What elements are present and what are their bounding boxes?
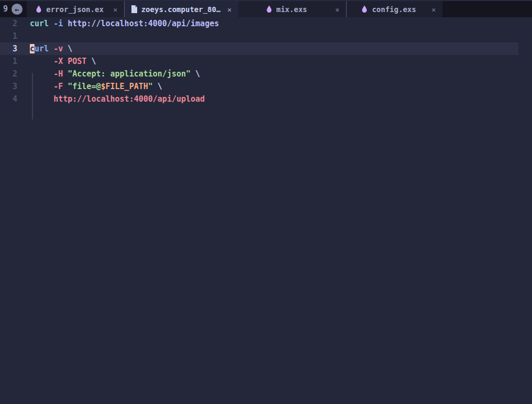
- tab-bar-empty-space: [442, 1, 532, 17]
- code-text: -H "Accept: application/json" \: [30, 68, 532, 80]
- code-line[interactable]: 2curl -i http://localhost:4000/api/image…: [0, 17, 532, 30]
- tab-error-json-ex[interactable]: error_json.ex ✕: [27, 1, 124, 17]
- close-icon[interactable]: ✕: [335, 6, 339, 13]
- left-arrow-icon: ←: [15, 6, 19, 13]
- code-token: [63, 82, 68, 91]
- code-text: curl -i http://localhost:4000/api/images: [30, 17, 532, 30]
- code-text: -F "file=@$FILE_PATH" \: [30, 80, 532, 93]
- code-line[interactable]: 1 -X POST \: [0, 55, 532, 68]
- file-document-icon: [131, 5, 137, 13]
- code-token: http://localhost:4000/api/images: [68, 19, 219, 28]
- line-number: 4: [0, 93, 17, 105]
- code-text: http://localhost:4000/api/upload: [30, 93, 532, 105]
- line-number: 2: [0, 17, 17, 30]
- code-line[interactable]: 3curl -v \: [0, 42, 532, 55]
- tab-label: zoeys.computer_80…: [141, 5, 221, 14]
- indent-guide: [32, 73, 33, 119]
- back-button[interactable]: ←: [12, 4, 23, 15]
- line-number: 1: [0, 30, 17, 42]
- tab-config-exs[interactable]: config.exs ✕: [347, 1, 442, 17]
- code-token: http://localhost:4000/api/upload: [53, 94, 205, 104]
- close-icon[interactable]: ✕: [227, 6, 231, 13]
- code-token: [191, 69, 195, 79]
- code-token: -F: [53, 82, 63, 91]
- tab-label: error_json.ex: [46, 5, 104, 14]
- code-token: url: [35, 44, 49, 53]
- line-number: 3: [0, 42, 17, 55]
- code-token: $FILE_PATH: [101, 82, 148, 91]
- tab-mix-exs[interactable]: mix.exs ✕: [238, 1, 346, 17]
- code-token: -X: [53, 57, 63, 66]
- elixir-droplet-icon: [266, 5, 272, 13]
- code-token: \: [195, 69, 200, 79]
- elixir-droplet-icon: [361, 5, 368, 13]
- line-number: 1: [0, 55, 17, 68]
- tab-count: 9: [0, 5, 8, 13]
- tab-zoeys-computer[interactable]: zoeys.computer_80… ✕: [125, 1, 238, 17]
- code-area[interactable]: 2curl -i http://localhost:4000/api/image…: [0, 17, 532, 404]
- code-token: \: [68, 44, 72, 53]
- code-token: [63, 19, 68, 28]
- code-token: -v: [53, 44, 63, 53]
- code-line[interactable]: 4 http://localhost:4000/api/upload: [0, 93, 532, 105]
- code-line[interactable]: 1: [0, 30, 532, 42]
- code-token: [49, 19, 53, 28]
- tab-bar: 9 ← error_json.ex ✕ zoeys.computer_80… ✕…: [0, 0, 532, 17]
- code-token: curl: [30, 19, 49, 28]
- cursor: c: [30, 44, 35, 53]
- code-token: [30, 69, 53, 79]
- code-token: [30, 94, 53, 104]
- close-icon[interactable]: ✕: [431, 6, 436, 13]
- code-text: curl -v \: [30, 42, 532, 55]
- code-token: [63, 44, 68, 53]
- code-token: [30, 82, 53, 91]
- code-line[interactable]: 2 -H "Accept: application/json" \: [0, 68, 532, 80]
- close-icon[interactable]: ✕: [113, 6, 117, 13]
- code-token: POST: [68, 57, 86, 66]
- code-line[interactable]: 3 -F "file=@$FILE_PATH" \: [0, 80, 532, 93]
- code-token: [49, 44, 53, 53]
- code-token: [63, 57, 68, 66]
- code-token: \: [91, 57, 96, 66]
- code-token: -i: [53, 19, 63, 28]
- code-token: [63, 69, 68, 79]
- code-token: -H: [53, 69, 63, 79]
- code-token: [153, 82, 158, 91]
- editor-window: 9 ← error_json.ex ✕ zoeys.computer_80… ✕…: [0, 0, 532, 404]
- code-token: \: [158, 82, 162, 91]
- tab-label: config.exs: [372, 5, 416, 14]
- code-text: [30, 30, 532, 42]
- tab-label: mix.exs: [276, 5, 307, 14]
- line-number: 3: [0, 80, 17, 93]
- code-text: -X POST \: [30, 55, 532, 68]
- code-token: "file=@: [68, 82, 101, 91]
- code-token: "Accept: application/json": [68, 69, 191, 79]
- line-number: 2: [0, 68, 17, 80]
- elixir-droplet-icon: [36, 5, 42, 13]
- code-token: [30, 57, 53, 66]
- code-token: ": [148, 82, 153, 91]
